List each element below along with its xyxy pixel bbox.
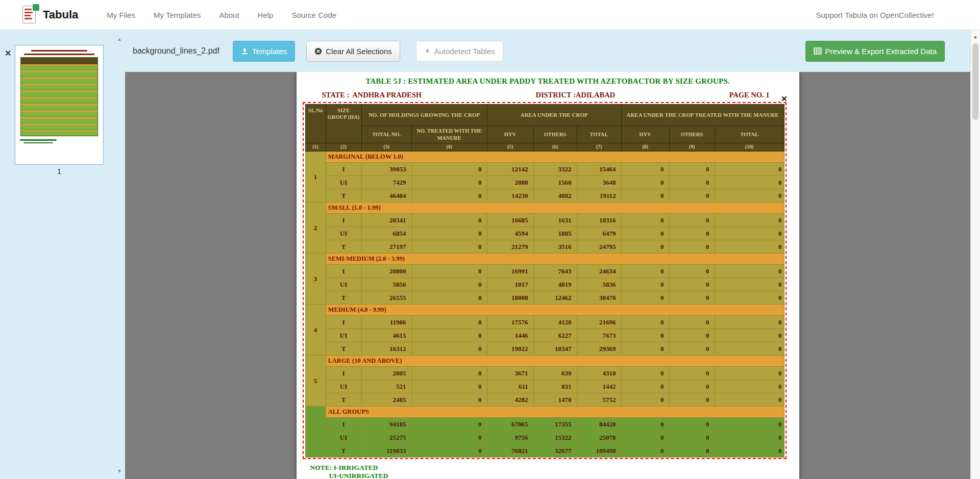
note-irrigated: NOTE: I-IRRIGATED <box>310 464 799 472</box>
scrollbar-thumb[interactable] <box>972 43 978 120</box>
nav-link-my-files[interactable]: My Files <box>97 6 144 24</box>
lightning-icon <box>424 47 431 55</box>
page-thumbnail[interactable] <box>15 45 104 165</box>
state-label: STATE :ANDHRA PRADESH <box>322 91 422 99</box>
page-thumbnail-label: 1 <box>15 167 104 175</box>
thumbnail-note-line <box>23 142 53 144</box>
filename-label: background_lines_2.pdf <box>133 46 219 56</box>
sidebar-scroll-up-icon[interactable]: ▲ <box>117 36 122 42</box>
pdf-page[interactable]: TABLE 5J : ESTIMATED AREA UNDER PADDY TR… <box>297 72 799 479</box>
selection-close-icon[interactable]: ✕ <box>781 94 788 104</box>
nav-link-source-code[interactable]: Source Code <box>282 6 346 24</box>
tabula-logo-icon <box>22 5 38 25</box>
scroll-up-icon[interactable]: ▲ <box>971 34 980 39</box>
selection-region[interactable]: ✕ <box>303 102 787 459</box>
clear-circle-icon <box>314 47 322 55</box>
navbar: Tabula My Files My Templates About Help … <box>0 0 980 30</box>
clear-all-selections-button[interactable]: Clear All Selections <box>306 41 400 62</box>
sidebar-scroll-down-icon[interactable]: ▼ <box>117 468 122 474</box>
workspace: ✕ 1 ▲ ▼ background_lines_2.pdf Templates <box>0 30 980 479</box>
nav-links: My Files My Templates About Help Source … <box>97 6 346 24</box>
preview-export-button[interactable]: Preview & Export Extracted Data <box>805 41 945 62</box>
thumbnail-table-preview <box>20 57 97 136</box>
brand-title: Tabula <box>43 8 78 21</box>
district-label: DISTRICT :ADILABAD <box>535 91 615 99</box>
thumbnail-note-line <box>20 139 57 141</box>
note-unirrigated: UI-UNIRRIGATED <box>329 472 799 479</box>
thumbnail-title-line <box>24 54 94 55</box>
vertical-scrollbar[interactable]: ▲ <box>970 30 980 479</box>
thumbnail-title-line <box>31 50 87 52</box>
upload-icon <box>241 47 249 55</box>
table-title: TABLE 5J : ESTIMATED AREA UNDER PADDY TR… <box>297 72 799 86</box>
logo-green-square <box>33 4 39 11</box>
nav-link-about[interactable]: About <box>210 6 248 24</box>
table-wrap: SL.No SIZE GROUP (HA) NO. OF HOLDINGS GR… <box>305 104 784 458</box>
sidebar: ✕ 1 ▲ ▼ <box>0 30 125 479</box>
page-no-label: PAGE NO. 1 <box>729 91 769 99</box>
brand-link[interactable]: Tabula <box>22 5 78 25</box>
document-canvas: TABLE 5J : ESTIMATED AREA UNDER PADDY TR… <box>125 72 980 479</box>
main-column: background_lines_2.pdf Templates Clear A… <box>125 30 980 479</box>
document-meta-row: STATE :ANDHRA PRADESH DISTRICT :ADILABAD… <box>297 91 799 99</box>
document-notes: NOTE: I-IRRIGATED UI-UNIRRIGATED <box>310 464 799 479</box>
autodetect-tables-button[interactable]: Autodetect Tables <box>416 41 503 62</box>
nav-link-help[interactable]: Help <box>249 6 283 24</box>
nav-link-my-templates[interactable]: My Templates <box>144 6 210 24</box>
remove-page-icon[interactable]: ✕ <box>5 49 11 58</box>
support-link[interactable]: Support Tabula on OpenCollective! <box>816 11 934 19</box>
toolbar: background_lines_2.pdf Templates Clear A… <box>125 30 980 72</box>
templates-button[interactable]: Templates <box>233 41 295 62</box>
table-icon <box>814 47 822 55</box>
